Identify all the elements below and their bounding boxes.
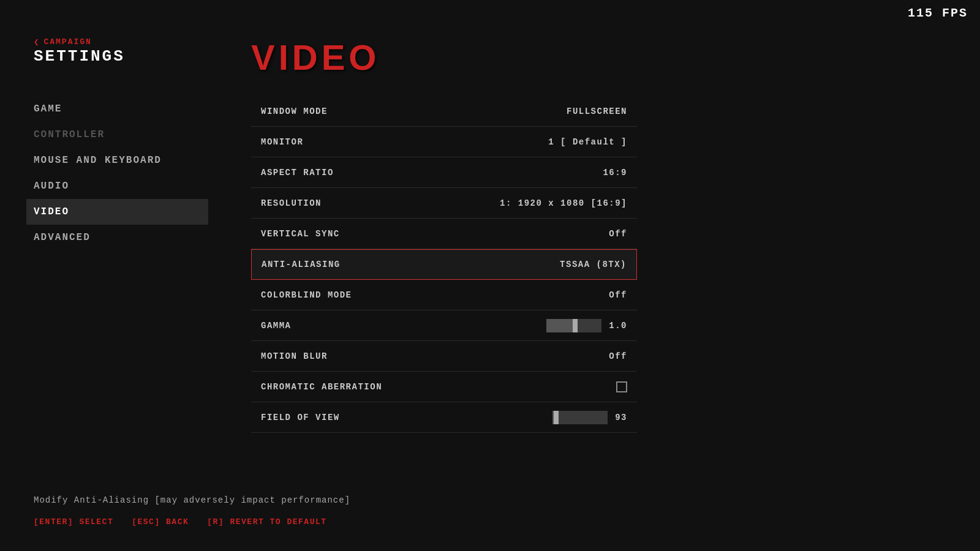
setting-label-anti-aliasing: ANTI-ALIASING [262, 260, 341, 269]
setting-value-aspect-ratio: 16:9 [603, 168, 627, 178]
main-content: VIDEO WINDOW MODEFULLSCREENMONITOR1 [ De… [233, 0, 980, 551]
setting-row-colorblind-mode[interactable]: COLORBLIND MODEOff [251, 280, 637, 310]
gamma-slider[interactable] [546, 319, 601, 332]
page-title: VIDEO [251, 37, 956, 78]
setting-label-colorblind-mode: COLORBLIND MODE [261, 290, 352, 300]
campaign-link[interactable]: ❮ CAMPAIGN [34, 37, 208, 47]
setting-value-window-mode: FULLSCREEN [567, 107, 627, 116]
setting-value-vertical-sync: Off [609, 229, 627, 239]
sidebar-item-advanced[interactable]: ADVANCED [34, 225, 208, 250]
setting-label-chromatic-aberration: CHROMATIC ABERRATION [261, 382, 382, 392]
key-hints: [ENTER] SELECT[ESC] BACK[R] REVERT TO DE… [34, 517, 956, 527]
setting-label-field-of-view: FIELD OF VIEW [261, 413, 340, 422]
setting-value-gamma: 1.0 [546, 319, 627, 332]
setting-label-monitor: MONITOR [261, 137, 303, 147]
setting-value-monitor: 1 [ Default ] [548, 137, 627, 147]
settings-list: WINDOW MODEFULLSCREENMONITOR1 [ Default … [251, 96, 637, 433]
key-hint-esc-back[interactable]: [ESC] BACK [132, 517, 189, 527]
sidebar-item-controller: CONTROLLER [34, 122, 208, 148]
fov-value: 93 [615, 413, 627, 422]
setting-row-motion-blur[interactable]: MOTION BLUROff [251, 341, 637, 372]
setting-row-window-mode[interactable]: WINDOW MODEFULLSCREEN [251, 96, 637, 127]
chromatic-aberration-checkbox[interactable] [616, 381, 627, 392]
gamma-value: 1.0 [609, 321, 627, 331]
setting-row-gamma[interactable]: GAMMA 1.0 [251, 310, 637, 341]
sidebar-item-mouse-and-keyboard[interactable]: MOUSE AND KEYBOARD [34, 148, 208, 173]
setting-label-resolution: RESOLUTION [261, 198, 322, 208]
campaign-label: CAMPAIGN [43, 37, 91, 47]
nav-menu: GAMECONTROLLERMOUSE AND KEYBOARDAUDIOVID… [34, 96, 208, 250]
fov-slider[interactable] [552, 411, 608, 424]
setting-label-vertical-sync: VERTICAL SYNC [261, 229, 340, 239]
setting-row-resolution[interactable]: RESOLUTION1: 1920 x 1080 [16:9] [251, 188, 637, 219]
setting-value-colorblind-mode: Off [609, 290, 627, 300]
setting-value-motion-blur: Off [609, 351, 627, 361]
sidebar-item-video[interactable]: VIDEO [26, 199, 208, 225]
setting-row-anti-aliasing[interactable]: ANTI-ALIASINGTSSAA (8TX) [251, 249, 637, 280]
sidebar-item-audio[interactable]: AUDIO [34, 173, 208, 199]
setting-label-aspect-ratio: ASPECT RATIO [261, 168, 334, 178]
setting-row-chromatic-aberration[interactable]: CHROMATIC ABERRATION [251, 372, 637, 402]
help-text: Modify Anti-Aliasing [may adversely impa… [34, 495, 956, 505]
setting-row-vertical-sync[interactable]: VERTICAL SYNCOff [251, 219, 637, 249]
setting-value-chromatic-aberration [616, 381, 627, 392]
key-hint-r-revert[interactable]: [R] REVERT TO DEFAULT [207, 517, 326, 527]
back-arrow-icon: ❮ [34, 37, 40, 47]
setting-label-window-mode: WINDOW MODE [261, 107, 328, 116]
setting-value-anti-aliasing: TSSAA (8TX) [560, 260, 627, 269]
bottom-bar: Modify Anti-Aliasing [may adversely impa… [34, 495, 956, 527]
setting-value-field-of-view: 93 [552, 411, 627, 424]
setting-row-aspect-ratio[interactable]: ASPECT RATIO16:9 [251, 157, 637, 188]
sidebar: ❮ CAMPAIGN SETTINGS GAMECONTROLLERMOUSE … [0, 0, 233, 551]
setting-label-motion-blur: MOTION BLUR [261, 351, 328, 361]
breadcrumb: ❮ CAMPAIGN SETTINGS [34, 37, 208, 66]
sidebar-item-game[interactable]: GAME [34, 96, 208, 122]
setting-value-resolution: 1: 1920 x 1080 [16:9] [500, 198, 627, 208]
setting-row-monitor[interactable]: MONITOR1 [ Default ] [251, 127, 637, 157]
setting-row-field-of-view[interactable]: FIELD OF VIEW 93 [251, 402, 637, 433]
settings-title: SETTINGS [34, 47, 208, 66]
key-hint-enter-select[interactable]: [ENTER] SELECT [34, 517, 113, 527]
setting-label-gamma: GAMMA [261, 321, 292, 331]
